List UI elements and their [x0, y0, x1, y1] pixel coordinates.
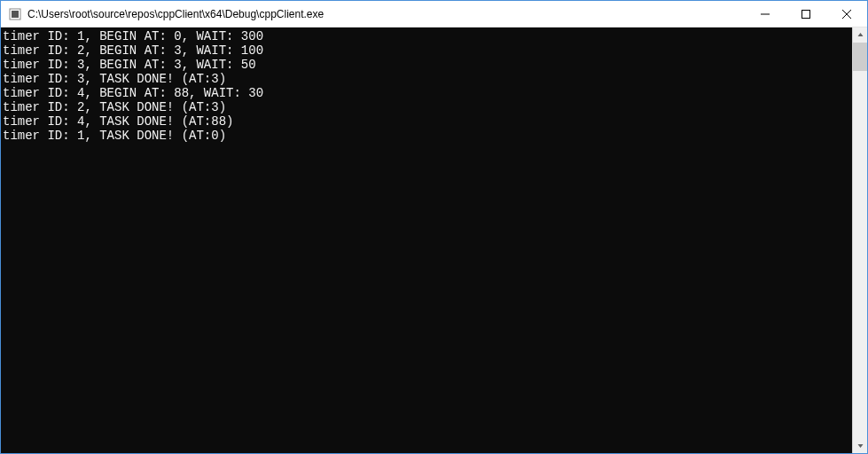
- console-line: timer ID: 3, BEGIN AT: 3, WAIT: 50: [3, 58, 256, 72]
- console-line: timer ID: 1, BEGIN AT: 0, WAIT: 300: [3, 29, 263, 43]
- svg-marker-7: [857, 444, 863, 448]
- vertical-scrollbar[interactable]: [852, 27, 867, 453]
- scroll-track[interactable]: [853, 43, 867, 438]
- console-line: timer ID: 2, BEGIN AT: 3, WAIT: 100: [3, 43, 263, 58]
- console-body: timer ID: 1, BEGIN AT: 0, WAIT: 300 time…: [1, 27, 867, 453]
- minimize-button[interactable]: [745, 1, 786, 27]
- titlebar[interactable]: C:\Users\root\source\repos\cppClient\x64…: [1, 1, 867, 27]
- console-line: timer ID: 4, BEGIN AT: 88, WAIT: 30: [3, 86, 263, 100]
- window-title: C:\Users\root\source\repos\cppClient\x64…: [27, 8, 745, 20]
- scroll-up-arrow[interactable]: [853, 27, 867, 43]
- console-line: timer ID: 3, TASK DONE! (AT:3): [3, 72, 226, 86]
- maximize-button[interactable]: [786, 1, 826, 27]
- close-button[interactable]: [826, 1, 867, 27]
- svg-rect-1: [12, 11, 19, 18]
- window-controls: [745, 1, 867, 27]
- console-output[interactable]: timer ID: 1, BEGIN AT: 0, WAIT: 300 time…: [1, 27, 852, 453]
- svg-rect-3: [802, 10, 810, 18]
- console-window: C:\Users\root\source\repos\cppClient\x64…: [0, 0, 868, 454]
- scroll-down-arrow[interactable]: [853, 438, 867, 453]
- console-line: timer ID: 4, TASK DONE! (AT:88): [3, 114, 233, 129]
- console-line: timer ID: 2, TASK DONE! (AT:3): [3, 100, 226, 114]
- app-icon: [8, 7, 22, 21]
- svg-marker-6: [857, 33, 863, 36]
- console-line: timer ID: 1, TASK DONE! (AT:0): [3, 129, 226, 143]
- scroll-thumb[interactable]: [853, 43, 867, 71]
